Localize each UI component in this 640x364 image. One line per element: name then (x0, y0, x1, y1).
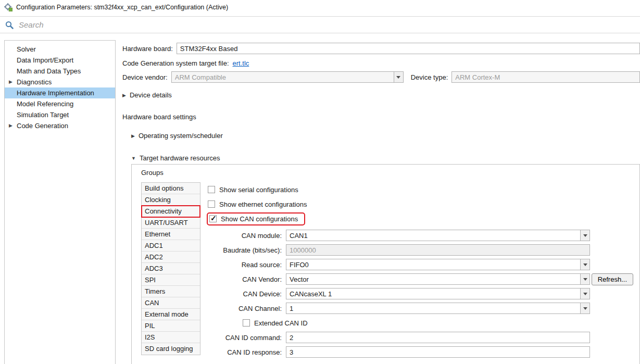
group-item-adc3[interactable]: ADC3 (142, 263, 200, 274)
can-module-label: CAN module: (207, 232, 286, 240)
show-serial-configurations-checkbox[interactable] (208, 186, 215, 193)
search-input[interactable] (19, 17, 640, 33)
show-can-highlight-box: Show CAN configurations (208, 214, 304, 224)
target-hardware-resources-panel: Groups Build options Clocking Connectivi… (131, 164, 640, 364)
hardware-board-settings-heading: Hardware board settings (122, 113, 196, 121)
group-item-build-options[interactable]: Build options (142, 183, 200, 194)
sidebar-item-math-and-data-types[interactable]: Math and Data Types (5, 66, 115, 77)
device-vendor-label: Device vendor: (122, 73, 168, 81)
device-type-field[interactable]: ARM Cortex-M (451, 71, 640, 83)
hardware-board-label: Hardware board: (122, 45, 173, 53)
sidebar-item-data-import-export[interactable]: Data Import/Export (5, 55, 115, 66)
group-item-ethernet[interactable]: Ethernet (142, 229, 200, 240)
search-bar (0, 16, 640, 33)
can-device-value: CANcaseXL 1 (290, 290, 340, 298)
connectivity-settings: Show serial configurations Show ethernet… (200, 182, 639, 359)
show-can-configurations-label[interactable]: Show CAN configurations (221, 215, 298, 223)
read-source-label: Read source: (207, 261, 286, 269)
sidebar-item-simulation-target[interactable]: Simulation Target (5, 109, 115, 120)
category-tree: Solver Data Import/Export Math and Data … (4, 40, 116, 364)
show-can-configurations-checkbox[interactable] (209, 215, 217, 222)
can-channel-label: CAN Channel: (207, 305, 286, 312)
hardware-board-dropdown[interactable]: STM32F4xx Based (177, 43, 640, 54)
collapse-arrow-icon[interactable] (131, 154, 140, 162)
group-item-external-mode[interactable]: External mode (142, 309, 200, 320)
title-bar: Configuration Parameters: stm32f4xx_xcp_… (0, 0, 640, 15)
device-type-value: ARM Cortex-M (455, 73, 508, 81)
device-vendor-dropdown[interactable]: ARM Compatible (171, 71, 404, 83)
group-item-spi[interactable]: SPI (142, 274, 200, 286)
main-panel: Hardware board: STM32F4xx Based Code Gen… (122, 40, 640, 364)
can-module-value: CAN1 (290, 232, 316, 240)
device-details-toggle[interactable]: Device details (130, 91, 172, 99)
group-item-pil[interactable]: PIL (142, 320, 200, 332)
sidebar-item-model-referencing[interactable]: Model Referencing (5, 98, 115, 109)
system-target-file-label: Code Generation system target file: (122, 59, 229, 67)
sidebar-item-solver[interactable]: Solver (5, 44, 115, 55)
groups-heading: Groups (141, 169, 639, 177)
expand-arrow-icon[interactable]: ▶ (9, 120, 12, 131)
expand-arrow-icon[interactable] (122, 91, 130, 99)
read-source-value: FIFO0 (290, 261, 317, 269)
baudrate-field (286, 244, 590, 256)
can-id-command-field[interactable] (286, 332, 590, 343)
dropdown-arrow-icon[interactable] (580, 259, 589, 270)
group-item-adc2[interactable]: ADC2 (142, 252, 200, 263)
device-type-label: Device type: (411, 73, 448, 81)
sidebar-item-hardware-implementation[interactable]: Hardware Implementation (5, 87, 115, 98)
can-vendor-value: Vector (290, 275, 317, 283)
device-vendor-value: ARM Compatible (175, 73, 234, 81)
expand-arrow-icon[interactable]: ▶ (9, 77, 12, 87)
system-target-file-link[interactable]: ert.tlc (233, 59, 249, 67)
show-serial-configurations-label[interactable]: Show serial configurations (219, 186, 298, 194)
dropdown-arrow-icon[interactable] (580, 288, 589, 299)
can-device-dropdown[interactable]: CANcaseXL 1 (286, 288, 590, 299)
can-vendor-dropdown[interactable]: Vector (286, 273, 590, 285)
show-ethernet-configurations-label[interactable]: Show ethernet configurations (219, 200, 307, 208)
can-vendor-label: CAN Vendor: (207, 275, 286, 283)
target-hardware-resources-toggle[interactable]: Target hardware resources (140, 154, 220, 162)
group-item-connectivity[interactable]: Connectivity (142, 206, 200, 217)
hardware-board-value: STM32F4xx Based (180, 45, 246, 53)
sidebar-item-diagnostics[interactable]: ▶Diagnostics (5, 77, 115, 87)
search-icon (0, 17, 19, 33)
group-item-sd-card-logging[interactable]: SD card logging (142, 343, 200, 355)
can-device-label: CAN Device: (207, 290, 286, 298)
baudrate-label: Baudrate (bits/sec): (207, 246, 286, 254)
configuration-parameters-icon (4, 3, 12, 11)
os-scheduler-toggle[interactable]: Operating system/scheduler (139, 132, 223, 140)
extended-can-id-checkbox[interactable] (243, 319, 250, 327)
refresh-button[interactable]: Refresh... (592, 273, 633, 285)
group-item-uart-usart[interactable]: UART/USART (142, 217, 200, 229)
can-channel-dropdown[interactable]: 1 (286, 303, 590, 314)
sidebar-item-code-generation[interactable]: ▶Code Generation (5, 120, 115, 131)
group-item-adc1[interactable]: ADC1 (142, 240, 200, 252)
dropdown-arrow-icon[interactable] (580, 303, 589, 313)
group-item-i2s[interactable]: I2S (142, 332, 200, 343)
dropdown-arrow-icon[interactable] (394, 72, 403, 82)
read-source-dropdown[interactable]: FIFO0 (286, 259, 590, 270)
group-item-clocking[interactable]: Clocking (142, 194, 200, 206)
can-module-dropdown[interactable]: CAN1 (286, 230, 590, 241)
expand-arrow-icon[interactable] (131, 132, 139, 140)
group-item-timers[interactable]: Timers (142, 286, 200, 297)
dropdown-arrow-icon[interactable] (580, 274, 589, 284)
can-id-response-field[interactable] (286, 346, 590, 358)
window-title: Configuration Parameters: stm32f4xx_xcp_… (16, 4, 228, 11)
group-item-can[interactable]: CAN (142, 297, 200, 309)
can-id-command-label: CAN ID command: (207, 334, 286, 342)
dropdown-arrow-icon[interactable] (580, 230, 589, 241)
can-channel-value: 1 (290, 305, 302, 312)
groups-list: Build options Clocking Connectivity UART… (141, 182, 200, 355)
extended-can-id-label[interactable]: Extended CAN ID (254, 319, 308, 327)
show-ethernet-configurations-checkbox[interactable] (208, 200, 215, 208)
can-id-response-label: CAN ID response: (207, 348, 286, 356)
